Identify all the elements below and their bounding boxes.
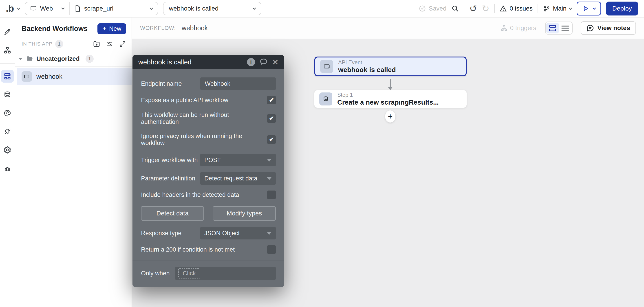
- backend-workflows-tab[interactable]: [1, 70, 14, 83]
- expand-icon[interactable]: [119, 40, 126, 47]
- trigger-method-label: Trigger workflow with: [141, 157, 198, 164]
- api-event-chip: [22, 71, 32, 82]
- response-type-dropdown[interactable]: JSON Object: [200, 227, 276, 240]
- include-headers-checkbox[interactable]: [267, 191, 276, 199]
- folder-count-badge: 1: [86, 55, 94, 63]
- styles-tab[interactable]: [1, 107, 14, 119]
- view-notes-button[interactable]: View notes: [581, 21, 636, 35]
- in-this-app-section: IN THIS APP 1: [15, 36, 132, 51]
- dropdown-arrow-icon: [267, 232, 272, 235]
- left-icon-rail: [0, 17, 15, 307]
- chevron-down-icon: [252, 6, 256, 10]
- workflow-header: WORKFLOW: webhook 0 triggers View notes: [132, 17, 644, 39]
- bar-chart-icon: [4, 165, 11, 172]
- trigger-method-dropdown[interactable]: POST: [200, 154, 276, 166]
- comment-icon[interactable]: [260, 58, 268, 67]
- step-node-label: Step 1: [337, 92, 439, 98]
- list-view-icon: [561, 25, 569, 26]
- data-tab[interactable]: [1, 88, 14, 101]
- gear-icon: [3, 146, 12, 154]
- workflow-icon: [3, 72, 12, 80]
- return-200-row: Return a 200 if condition is not met: [141, 245, 276, 254]
- info-icon[interactable]: i: [247, 58, 255, 66]
- dialog-title-bar[interactable]: webhook is called i ✕: [132, 55, 284, 69]
- note-bubble-icon: [586, 24, 594, 32]
- preview-run-button[interactable]: [577, 1, 601, 15]
- settings-tab[interactable]: [1, 144, 14, 156]
- pages-tab[interactable]: [1, 44, 14, 56]
- triggers-icon: [501, 25, 508, 31]
- backend-workflows-panel: Backend Workflows + New IN THIS APP 1 Un…: [15, 17, 132, 307]
- ignore-privacy-label: Ignore privacy rules when running the wo…: [141, 133, 267, 147]
- deploy-button[interactable]: Deploy: [606, 1, 638, 15]
- step-node-title: Create a new scrapingResults...: [337, 98, 439, 106]
- undo-button[interactable]: ↺: [469, 4, 477, 13]
- detect-data-button[interactable]: Detect data: [141, 206, 204, 221]
- plugins-tab[interactable]: [1, 125, 14, 138]
- event-node[interactable]: API Event webhook is called: [314, 56, 466, 76]
- add-folder-icon[interactable]: [93, 40, 100, 47]
- database-chip: [319, 92, 332, 105]
- list-view-button[interactable]: [559, 23, 572, 33]
- filter-sliders-icon[interactable]: [106, 40, 113, 47]
- card-view-button[interactable]: [546, 23, 559, 33]
- workflow-name: webhook: [182, 24, 208, 32]
- page-dropdown[interactable]: scrape_url: [70, 2, 158, 15]
- sitemap-icon: [4, 46, 11, 54]
- caret-down-icon[interactable]: [18, 58, 22, 60]
- folder-uncategorized[interactable]: Uncategorized 1: [15, 51, 132, 67]
- save-status: Saved: [419, 5, 446, 12]
- add-step-button[interactable]: +: [385, 110, 396, 123]
- endpoint-name-input[interactable]: [200, 77, 276, 90]
- expose-api-row: Expose as a public API workflow ✔: [141, 96, 276, 104]
- redo-button[interactable]: ↻: [482, 4, 490, 13]
- only-when-condition-field[interactable]: Click: [175, 267, 276, 280]
- api-event-chip: [320, 60, 333, 73]
- no-auth-checkbox[interactable]: ✔: [267, 114, 276, 123]
- chevron-down-icon: [61, 6, 65, 10]
- only-when-placeholder: Click: [178, 268, 200, 279]
- bubble-logo[interactable]: .b: [6, 3, 14, 14]
- divider: [538, 4, 538, 13]
- plus-icon: +: [102, 25, 106, 32]
- logs-tab[interactable]: [1, 162, 14, 175]
- dropdown-arrow-icon: [267, 159, 272, 162]
- platform-label: Web: [40, 5, 53, 12]
- plug-icon: [4, 128, 11, 135]
- dialog-body: Endpoint name Expose as a public API wor…: [132, 69, 284, 287]
- saved-label: Saved: [429, 5, 446, 12]
- platform-dropdown[interactable]: Web: [25, 2, 69, 15]
- parameter-definition-dropdown[interactable]: Detect request data: [200, 172, 276, 185]
- response-type-label: Response type: [141, 230, 182, 237]
- parameter-definition-value: Detect request data: [204, 175, 257, 182]
- branch-selector[interactable]: Main: [543, 5, 572, 12]
- page-label: scrape_url: [84, 5, 114, 12]
- step-node[interactable]: Step 1 Create a new scrapingResults...: [314, 90, 466, 108]
- workflow-dropdown[interactable]: webhook is called: [163, 2, 261, 15]
- modify-types-button[interactable]: Modify types: [213, 206, 276, 221]
- return-200-checkbox[interactable]: [267, 245, 276, 254]
- search-icon[interactable]: [451, 5, 459, 12]
- return-200-label: Return a 200 if condition is not met: [141, 246, 235, 253]
- page-icon: [74, 5, 81, 12]
- view-notes-label: View notes: [597, 24, 630, 32]
- dropdown-arrow-icon: [267, 177, 272, 180]
- divider: [494, 4, 495, 13]
- chevron-down-icon: [592, 6, 596, 10]
- triggers-label: 0 triggers: [510, 24, 536, 32]
- panel-title: Backend Workflows: [22, 25, 88, 33]
- chevron-down-icon[interactable]: [17, 6, 20, 10]
- new-workflow-button[interactable]: + New: [98, 23, 126, 34]
- play-icon: [582, 5, 589, 12]
- close-icon[interactable]: ✕: [272, 58, 279, 66]
- view-mode-toggle: [545, 21, 572, 34]
- divider: [464, 4, 464, 13]
- detect-buttons-row: Detect data Modify types: [141, 206, 276, 221]
- design-tab[interactable]: [1, 25, 14, 38]
- api-event-icon: [24, 74, 30, 79]
- ignore-privacy-checkbox[interactable]: ✔: [267, 135, 276, 144]
- section-count-badge: 1: [55, 40, 63, 48]
- issues-indicator[interactable]: 0 issues: [500, 5, 532, 12]
- workflow-list-item[interactable]: webhook: [17, 68, 132, 85]
- expose-api-checkbox[interactable]: ✔: [267, 96, 276, 104]
